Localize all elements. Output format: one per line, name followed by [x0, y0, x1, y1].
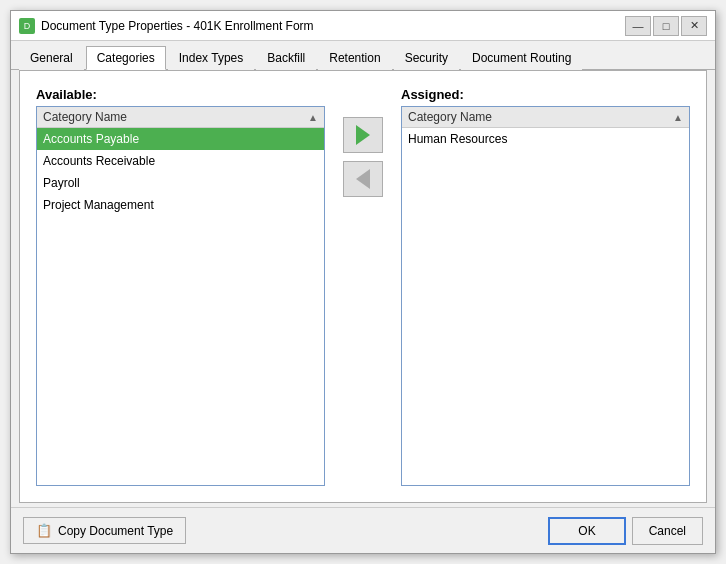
copy-document-type-button[interactable]: 📋 Copy Document Type [23, 517, 186, 544]
lists-area: Available: Category Name ▲ Accounts Paya… [36, 87, 690, 486]
move-left-button[interactable] [343, 161, 383, 197]
tab-content: Available: Category Name ▲ Accounts Paya… [19, 70, 707, 503]
transfer-buttons [333, 117, 393, 197]
minimize-button[interactable]: — [625, 16, 651, 36]
tab-retention[interactable]: Retention [318, 46, 391, 70]
main-window: D Document Type Properties - 401K Enroll… [10, 10, 716, 554]
copy-button-label: Copy Document Type [58, 524, 173, 538]
cancel-button[interactable]: Cancel [632, 517, 703, 545]
available-column-header: Category Name [43, 110, 127, 124]
copy-icon: 📋 [36, 523, 52, 538]
list-item[interactable]: Accounts Payable [37, 128, 324, 150]
maximize-button[interactable]: □ [653, 16, 679, 36]
arrow-left-icon [356, 169, 370, 189]
tab-document-routing[interactable]: Document Routing [461, 46, 582, 70]
app-icon: D [19, 18, 35, 34]
available-section: Available: Category Name ▲ Accounts Paya… [36, 87, 325, 486]
ok-button[interactable]: OK [548, 517, 625, 545]
list-item[interactable]: Human Resources [402, 128, 689, 150]
assigned-column-header: Category Name [408, 110, 492, 124]
tab-categories[interactable]: Categories [86, 46, 166, 70]
tab-security[interactable]: Security [394, 46, 459, 70]
footer: 📋 Copy Document Type OK Cancel [11, 507, 715, 553]
tab-index-types[interactable]: Index Types [168, 46, 255, 70]
assigned-list-header: Category Name ▲ [402, 107, 689, 128]
tab-backfill[interactable]: Backfill [256, 46, 316, 70]
tab-general[interactable]: General [19, 46, 84, 70]
arrow-right-icon [356, 125, 370, 145]
assigned-section: Assigned: Category Name ▲ Human Resource… [401, 87, 690, 486]
move-right-button[interactable] [343, 117, 383, 153]
title-bar: D Document Type Properties - 401K Enroll… [11, 11, 715, 41]
available-list-header: Category Name ▲ [37, 107, 324, 128]
window-controls: — □ ✕ [625, 16, 707, 36]
assigned-label: Assigned: [401, 87, 690, 102]
list-item[interactable]: Project Management [37, 194, 324, 216]
ok-cancel-buttons: OK Cancel [548, 517, 703, 545]
window-title: Document Type Properties - 401K Enrollme… [41, 19, 625, 33]
assigned-list-box: Category Name ▲ Human Resources [401, 106, 690, 486]
tabs-bar: General Categories Index Types Backfill … [11, 41, 715, 70]
available-sort-arrow: ▲ [308, 112, 318, 123]
assigned-sort-arrow: ▲ [673, 112, 683, 123]
list-item[interactable]: Payroll [37, 172, 324, 194]
available-label: Available: [36, 87, 325, 102]
list-item[interactable]: Accounts Receivable [37, 150, 324, 172]
close-button[interactable]: ✕ [681, 16, 707, 36]
available-list-box: Category Name ▲ Accounts Payable Account… [36, 106, 325, 486]
